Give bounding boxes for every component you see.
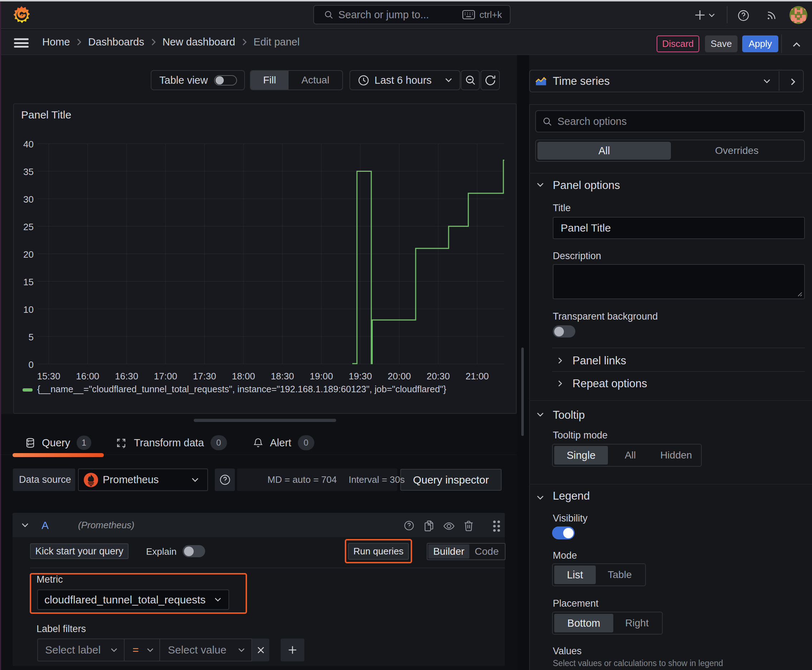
svg-text:15: 15	[23, 277, 34, 288]
svg-text:30: 30	[23, 194, 34, 205]
svg-text:40: 40	[23, 139, 34, 150]
svg-text:15:30: 15:30	[37, 371, 60, 382]
svg-text:25: 25	[23, 222, 34, 232]
svg-text:20:00: 20:00	[388, 371, 411, 382]
svg-text:17:30: 17:30	[193, 371, 216, 382]
svg-text:17:00: 17:00	[154, 371, 177, 382]
svg-text:10: 10	[23, 304, 34, 315]
svg-text:18:00: 18:00	[232, 371, 255, 382]
svg-text:18:30: 18:30	[271, 371, 294, 382]
svg-text:21:00: 21:00	[465, 371, 489, 382]
svg-text:0: 0	[29, 359, 34, 370]
svg-text:16:00: 16:00	[76, 371, 99, 382]
svg-text:5: 5	[29, 332, 34, 342]
svg-text:19:00: 19:00	[310, 371, 333, 382]
svg-text:35: 35	[23, 166, 34, 177]
svg-text:16:30: 16:30	[115, 371, 138, 382]
svg-text:20: 20	[23, 249, 34, 260]
svg-text:20:30: 20:30	[426, 371, 450, 382]
svg-text:19:30: 19:30	[349, 371, 372, 382]
